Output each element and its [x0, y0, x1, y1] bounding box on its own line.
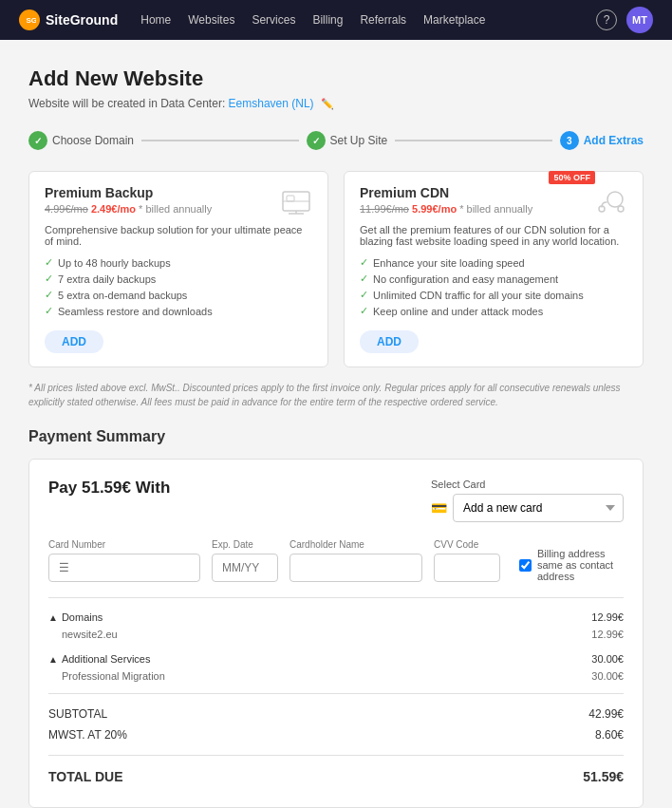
- services-label: Additional Services: [62, 653, 151, 665]
- exp-date-group: Exp. Date: [212, 539, 278, 582]
- svg-rect-3: [287, 196, 294, 201]
- domains-toggle-icon: ▲: [48, 612, 58, 623]
- cdn-icon: [593, 185, 629, 221]
- total-row: TOTAL DUE 51.59€: [48, 765, 624, 788]
- cardholder-name-group: Cardholder Name: [289, 539, 422, 582]
- nav-link-websites[interactable]: Websites: [188, 13, 234, 27]
- check-icon: ✓: [360, 256, 368, 269]
- domains-label: Domains: [62, 611, 103, 623]
- card-select-group: Select Card 💳 Add a new card: [431, 479, 624, 522]
- step-1-circle: ✓: [28, 131, 47, 150]
- nav-link-referrals[interactable]: Referrals: [360, 13, 406, 27]
- edit-icon[interactable]: ✏️: [321, 98, 334, 109]
- card-select-wrapper: 💳 Add a new card: [431, 494, 624, 522]
- cvv-label: CVV Code: [434, 539, 500, 550]
- exp-date-input[interactable]: [212, 554, 278, 582]
- check-icon: ✓: [45, 305, 53, 317]
- help-button[interactable]: ?: [596, 9, 617, 30]
- feature-item: ✓Unlimited CDN traffic for all your site…: [360, 289, 627, 301]
- premium-backup-card: Premium Backup 4.99€/mo 2.49€/mo * bille…: [28, 171, 328, 367]
- domain-line-item: newsite2.eu 12.99€: [48, 627, 624, 642]
- check-icon: ✓: [360, 289, 368, 301]
- card-select-dropdown[interactable]: Add a new card: [453, 494, 624, 522]
- nav-link-home[interactable]: Home: [140, 13, 171, 27]
- card-number-label: Card Number: [48, 539, 200, 550]
- step-2-circle: ✓: [307, 131, 326, 150]
- premium-backup-desc: Comprehensive backup solution for your u…: [45, 224, 312, 247]
- subtotal-value: 42.99€: [588, 707, 624, 721]
- feature-item: ✓Seamless restore and downloads: [45, 305, 312, 317]
- add-cdn-button[interactable]: ADD: [360, 330, 419, 353]
- billing-checkbox[interactable]: [519, 559, 532, 572]
- addon-cards: Premium Backup 4.99€/mo 2.49€/mo * bille…: [28, 171, 644, 367]
- check-icon: ✓: [45, 272, 53, 285]
- page-title: Add New Website: [28, 66, 644, 91]
- premium-backup-price: 4.99€/mo 2.49€/mo * billed annually: [45, 203, 312, 215]
- premium-backup-title: Premium Backup: [45, 185, 312, 200]
- check-icon: ✓: [45, 256, 53, 269]
- add-backup-button[interactable]: ADD: [45, 330, 103, 353]
- premium-cdn-desc: Get all the premium features of our CDN …: [360, 224, 627, 247]
- premium-backup-features: ✓Up to 48 hourly backups ✓7 extra daily …: [45, 256, 312, 317]
- premium-cdn-card: 50% OFF Premium CDN 11.99€/mo 5.99€/mo *…: [344, 171, 644, 367]
- card-number-input[interactable]: [48, 554, 200, 582]
- domain-amount: 12.99€: [591, 629, 624, 640]
- premium-cdn-price: 11.99€/mo 5.99€/mo * billed annually: [360, 203, 627, 215]
- services-toggle-icon: ▲: [48, 654, 58, 665]
- step-2-label: Set Up Site: [330, 134, 388, 147]
- cvv-input[interactable]: [434, 554, 500, 582]
- svg-point-7: [607, 192, 623, 207]
- payment-box: Pay 51.59€ With Select Card 💳 Add a new …: [28, 459, 644, 808]
- nav-links: Home Websites Services Billing Referrals…: [140, 13, 596, 27]
- card-form-row: Card Number Exp. Date Cardholder Name CV…: [48, 539, 624, 582]
- logo-icon: SG: [19, 9, 40, 30]
- logo-text: SiteGround: [46, 12, 118, 28]
- domains-amount: 12.99€: [591, 611, 624, 623]
- service-amount: 30.00€: [591, 670, 624, 682]
- feature-item: ✓5 extra on-demand backups: [45, 289, 312, 301]
- cardholder-name-label: Cardholder Name: [289, 539, 422, 550]
- nav-link-services[interactable]: Services: [252, 13, 295, 27]
- user-avatar[interactable]: MT: [626, 7, 653, 33]
- feature-item: ✓Enhance your site loading speed: [360, 256, 627, 269]
- order-section-domains: ▲ Domains 12.99€ newsite2.eu 12.99€: [48, 608, 624, 642]
- subtotal-label: SUBTOTAL: [48, 707, 107, 721]
- page-subtitle: Website will be created in Data Center: …: [28, 97, 644, 110]
- main-content: Add New Website Website will be created …: [0, 40, 672, 808]
- disclaimer-text: * All prices listed above excl. MwSt.. D…: [28, 381, 644, 409]
- feature-item: ✓No configuration and easy management: [360, 272, 627, 285]
- backup-icon: [278, 185, 314, 221]
- step-indicator: ✓ Choose Domain ✓ Set Up Site 3 Add Extr…: [28, 131, 644, 150]
- billing-checkbox-group: Billing address same as contact address: [519, 548, 624, 582]
- nav-logo[interactable]: SG SiteGround: [19, 9, 118, 30]
- total-label: TOTAL DUE: [48, 769, 123, 784]
- nav-link-marketplace[interactable]: Marketplace: [423, 13, 485, 27]
- mwst-row: MWST. AT 20% 8.60€: [48, 724, 624, 745]
- billing-checkbox-label: Billing address same as contact address: [537, 548, 624, 582]
- services-amount: 30.00€: [591, 653, 624, 665]
- step-3-circle: 3: [560, 131, 579, 150]
- navbar: SG SiteGround Home Websites Services Bil…: [0, 0, 672, 40]
- card-number-group: Card Number: [48, 539, 200, 582]
- nav-link-billing[interactable]: Billing: [312, 13, 343, 27]
- payment-section-title: Payment Summary: [28, 428, 644, 445]
- subtotal-row: SUBTOTAL 42.99€: [48, 704, 624, 724]
- total-value: 51.59€: [583, 769, 624, 784]
- domains-header[interactable]: ▲ Domains 12.99€: [48, 608, 624, 627]
- check-icon: ✓: [360, 272, 368, 285]
- cdn-badge: 50% OFF: [549, 171, 595, 184]
- step-line-1: [141, 140, 298, 141]
- services-header[interactable]: ▲ Additional Services 30.00€: [48, 649, 624, 668]
- service-line-item: Professional Migration 30.00€: [48, 668, 624, 684]
- cardholder-name-input[interactable]: [289, 554, 422, 582]
- exp-date-label: Exp. Date: [212, 539, 278, 550]
- card-icon-small: 💳: [431, 500, 447, 516]
- feature-item: ✓7 extra daily backups: [45, 272, 312, 285]
- pay-header: Pay 51.59€ With Select Card 💳 Add a new …: [48, 479, 624, 522]
- mwst-label: MWST. AT 20%: [48, 728, 127, 742]
- premium-cdn-features: ✓Enhance your site loading speed ✓No con…: [360, 256, 627, 317]
- domain-name: newsite2.eu: [62, 629, 118, 640]
- check-icon: ✓: [360, 305, 368, 317]
- check-icon: ✓: [45, 289, 53, 301]
- datacenter-link[interactable]: Eemshaven (NL): [229, 97, 314, 110]
